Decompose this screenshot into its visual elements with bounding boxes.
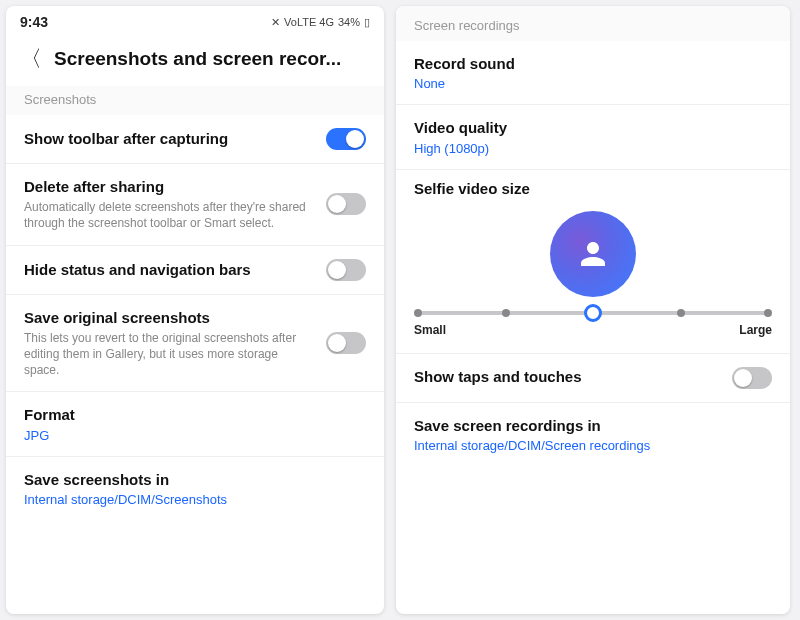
row-show-taps[interactable]: Show taps and touches <box>396 354 790 403</box>
back-icon[interactable]: 〈 <box>20 48 42 70</box>
row-video-quality[interactable]: Video quality High (1080p) <box>396 105 790 169</box>
settings-panel-recordings: Screen recordings Record sound None Vide… <box>396 6 790 614</box>
mute-icon: ✕ <box>271 16 280 29</box>
slider-max-label: Large <box>739 323 772 337</box>
toggle-save-original[interactable] <box>326 332 366 354</box>
row-save-recordings-in[interactable]: Save screen recordings in Internal stora… <box>396 403 790 466</box>
row-save-original[interactable]: Save original screenshots This lets you … <box>6 295 384 393</box>
row-label: Video quality <box>414 118 772 138</box>
toggle-delete-sharing[interactable] <box>326 193 366 215</box>
toggle-hide-bars[interactable] <box>326 259 366 281</box>
status-bar: 9:43 ✕ VoLTE 4G 34% ▯ <box>6 6 384 34</box>
slider-tick[interactable] <box>677 309 685 317</box>
toggle-show-toolbar[interactable] <box>326 128 366 150</box>
battery-text: 34% <box>338 16 360 28</box>
status-indicators: ✕ VoLTE 4G 34% ▯ <box>271 16 370 29</box>
row-delete-after-sharing[interactable]: Delete after sharing Automatically delet… <box>6 164 384 246</box>
row-label: Hide status and navigation bars <box>24 260 316 280</box>
section-header-recordings: Screen recordings <box>396 6 790 41</box>
row-value: Internal storage/DCIM/Screen recordings <box>414 438 772 453</box>
section-header-screenshots: Screenshots <box>6 86 384 115</box>
person-icon <box>575 236 611 272</box>
row-value: High (1080p) <box>414 141 772 156</box>
row-label: Show taps and touches <box>414 367 722 387</box>
row-label: Save screen recordings in <box>414 416 772 436</box>
status-time: 9:43 <box>20 14 48 30</box>
avatar-icon <box>550 211 636 297</box>
row-label: Save screenshots in <box>24 470 366 490</box>
row-desc: This lets you revert to the original scr… <box>24 330 316 379</box>
header: 〈 Screenshots and screen recor... <box>6 34 384 86</box>
selfie-preview <box>414 211 772 297</box>
row-label: Delete after sharing <box>24 177 316 197</box>
slider-tick[interactable] <box>764 309 772 317</box>
row-label: Format <box>24 405 366 425</box>
battery-icon: ▯ <box>364 16 370 29</box>
row-record-sound[interactable]: Record sound None <box>396 41 790 105</box>
selfie-size-slider[interactable] <box>418 311 768 315</box>
slider-min-label: Small <box>414 323 446 337</box>
row-label: Selfie video size <box>414 180 772 197</box>
slider-labels: Small Large <box>414 323 772 337</box>
row-save-screenshots-in[interactable]: Save screenshots in Internal storage/DCI… <box>6 457 384 520</box>
slider-tick[interactable] <box>414 309 422 317</box>
row-label: Show toolbar after capturing <box>24 129 316 149</box>
row-hide-bars[interactable]: Hide status and navigation bars <box>6 246 384 295</box>
row-label: Save original screenshots <box>24 308 316 328</box>
slider-thumb[interactable] <box>584 304 602 322</box>
row-value: Internal storage/DCIM/Screenshots <box>24 492 366 507</box>
toggle-show-taps[interactable] <box>732 367 772 389</box>
row-selfie-size: Selfie video size Small Large <box>396 170 790 354</box>
settings-panel-screenshots: 9:43 ✕ VoLTE 4G 34% ▯ 〈 Screenshots and … <box>6 6 384 614</box>
row-value: None <box>414 76 772 91</box>
row-value: JPG <box>24 428 366 443</box>
row-label: Record sound <box>414 54 772 74</box>
page-title: Screenshots and screen recor... <box>54 48 341 70</box>
row-show-toolbar[interactable]: Show toolbar after capturing <box>6 115 384 164</box>
row-desc: Automatically delete screenshots after t… <box>24 199 316 231</box>
slider-tick[interactable] <box>502 309 510 317</box>
row-format[interactable]: Format JPG <box>6 392 384 456</box>
